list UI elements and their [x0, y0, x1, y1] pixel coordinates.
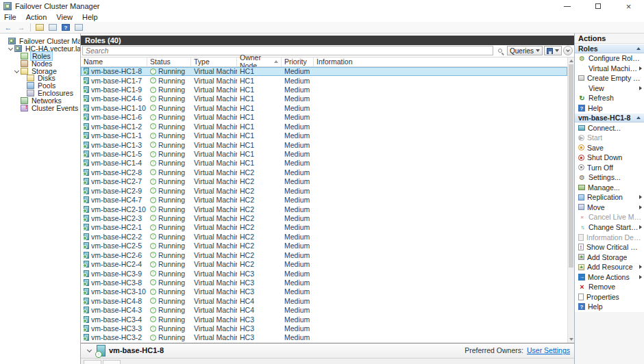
action-help[interactable]: ?Help — [575, 103, 644, 114]
column-header-information[interactable]: Information — [314, 57, 567, 66]
column-header-status[interactable]: Status — [147, 57, 191, 66]
properties-window-button[interactable] — [73, 23, 84, 32]
close-button[interactable]: × — [613, 0, 644, 12]
table-row[interactable]: vm-base-HC3-2↑RunningVirtual MachineHC3M… — [81, 333, 567, 342]
table-row[interactable]: vm-base-HC4-7↑RunningVirtual MachineHC2M… — [81, 195, 567, 204]
user-settings-link[interactable]: User Settings — [527, 346, 570, 354]
table-row[interactable]: vm-base-HC3-9↑RunningVirtual MachineHC3M… — [81, 269, 567, 278]
action-replication[interactable]: Replication — [575, 192, 644, 203]
action-more-actions[interactable]: →More Actions — [575, 272, 644, 282]
action-remove[interactable]: ×Remove — [575, 282, 644, 292]
table-row[interactable]: vm-base-HC1-8↑RunningVirtual MachineHC1M… — [81, 67, 567, 76]
table-row[interactable]: vm-base-HC1-2↑RunningVirtual MachineHC1M… — [81, 122, 567, 131]
action-create-empty-role[interactable]: Create Empty Role — [575, 73, 644, 83]
sidebar-item-failover-cluster-manager[interactable]: Failover Cluster Manager — [0, 38, 80, 45]
menu-view[interactable]: View — [56, 13, 73, 21]
column-header-type[interactable]: Type — [191, 57, 237, 66]
table-row[interactable]: vm-base-HC4-6↑RunningVirtual MachineHC1M… — [81, 94, 567, 103]
action-connect[interactable]: Connect... — [575, 122, 644, 133]
table-row[interactable]: vm-base-HC4-8↑RunningVirtual MachineHC4M… — [81, 296, 567, 305]
chevron-down-icon[interactable] — [14, 68, 20, 74]
search-button[interactable] — [495, 46, 506, 55]
table-row[interactable]: vm-base-HC1-5↑RunningVirtual MachineHC1M… — [81, 149, 567, 158]
queries-dropdown[interactable]: Queries — [507, 46, 543, 55]
chevron-down-icon[interactable] — [8, 46, 14, 51]
table-row[interactable]: vm-base-HC2-8↑RunningVirtual MachineHC2M… — [81, 168, 567, 177]
table-row[interactable]: vm-base-HC1-10↑RunningVirtual MachineHC1… — [81, 103, 567, 112]
resources-tab[interactable] — [103, 360, 121, 364]
table-row[interactable]: vm-base-HC4-3↑RunningVirtual MachineHC4M… — [81, 305, 567, 314]
table-row[interactable]: vm-base-HC2-1↑RunningVirtual MachineHC2M… — [81, 223, 567, 232]
table-row[interactable]: vm-base-HC1-4↑RunningVirtual MachineHC1M… — [81, 159, 567, 168]
scrollbar-thumb[interactable] — [569, 64, 573, 268]
action-turn-off[interactable]: Turn Off — [575, 162, 644, 172]
sidebar-item-networks[interactable]: Networks — [0, 96, 80, 104]
sidebar-item-pools[interactable]: Pools — [0, 82, 80, 90]
vertical-scrollbar[interactable] — [567, 57, 574, 343]
forward-button[interactable]: → — [16, 23, 27, 32]
scroll-up-icon[interactable] — [568, 57, 574, 64]
action-save[interactable]: ●Save — [575, 142, 644, 153]
table-row[interactable]: vm-base-HC2-3↑RunningVirtual MachineHC2M… — [81, 213, 567, 222]
action-virtual-machines[interactable]: Virtual Machines... — [575, 64, 644, 74]
help-button[interactable]: ? — [60, 23, 71, 32]
column-header-owner-node[interactable]: Owner Node — [237, 57, 282, 66]
table-row[interactable]: vm-base-HC2-10↑RunningVirtual MachineHC2… — [81, 205, 567, 213]
sidebar-item-nodes[interactable]: Nodes — [0, 60, 80, 67]
table-row[interactable]: vm-base-HC3-10↑RunningVirtual MachineHC3… — [81, 287, 567, 296]
sidebar-item-roles[interactable]: Roles — [0, 53, 80, 60]
action-show-critical-events[interactable]: !Show Critical Events — [575, 242, 644, 252]
action-refresh[interactable]: ↻Refresh — [575, 93, 644, 103]
action-configure-role[interactable]: ⚙Configure Role... — [575, 53, 644, 64]
collapse-section-icon[interactable] — [636, 116, 641, 119]
console-window-button[interactable] — [47, 23, 58, 32]
action-view[interactable]: View — [575, 83, 644, 94]
summary-tab[interactable] — [84, 360, 101, 364]
collapse-summary-button[interactable] — [85, 346, 93, 354]
actions-section-header[interactable]: Roles — [575, 44, 644, 53]
column-header-priority[interactable]: Priority — [282, 57, 314, 66]
expand-filters-button[interactable] — [563, 46, 573, 55]
table-row[interactable]: vm-base-HC3-8↑RunningVirtual MachineHC3M… — [81, 278, 567, 287]
action-properties[interactable]: Properties — [575, 292, 644, 302]
action-settings[interactable]: ⚙Settings... — [575, 172, 644, 183]
menu-help[interactable]: Help — [82, 13, 98, 21]
sidebar-item-cluster-events[interactable]: Cluster Events — [0, 104, 80, 112]
table-row[interactable]: vm-base-HC2-7↑RunningVirtual MachineHC2M… — [81, 177, 567, 186]
search-input[interactable] — [82, 46, 493, 55]
sidebar-item-storage[interactable]: Storage — [0, 67, 80, 75]
table-row[interactable]: vm-base-HC1-3↑RunningVirtual MachineHC1M… — [81, 140, 567, 149]
action-add-storage[interactable]: +Add Storage — [575, 252, 644, 262]
save-query-dropdown[interactable] — [544, 46, 562, 55]
table-row[interactable]: vm-base-HC1-7↑RunningVirtual MachineHC1M… — [81, 76, 567, 85]
scroll-down-icon[interactable] — [568, 336, 574, 343]
table-row[interactable]: vm-base-HC3-3↑RunningVirtual MachineHC3M… — [81, 324, 567, 333]
column-header-name[interactable]: Name — [81, 57, 147, 66]
table-row[interactable]: vm-base-HC2-2↑RunningVirtual MachineHC2M… — [81, 232, 567, 241]
maximize-button[interactable] — [582, 0, 613, 12]
sidebar-item-disks[interactable]: Disks — [0, 75, 80, 82]
minimize-button[interactable] — [552, 0, 582, 12]
table-row[interactable]: vm-base-HC2-9↑RunningVirtual MachineHC2M… — [81, 186, 567, 195]
action-change-startup-pri[interactable]: ↑↓Change Startup Pri... — [575, 222, 644, 233]
show-tree-button[interactable] — [34, 23, 45, 32]
action-add-resource[interactable]: +Add Resource — [575, 262, 644, 272]
menu-action[interactable]: Action — [26, 13, 47, 21]
table-row[interactable]: vm-base-HC1-1↑RunningVirtual MachineHC1M… — [81, 131, 567, 140]
collapse-section-icon[interactable] — [636, 47, 641, 50]
action-help[interactable]: ?Help — [575, 302, 644, 312]
table-row[interactable]: vm-base-HC2-6↑RunningVirtual MachineHC2M… — [81, 250, 567, 259]
sidebar-item-enclosures[interactable]: Enclosures — [0, 90, 80, 97]
table-row[interactable]: vm-base-HC2-5↑RunningVirtual MachineHC2M… — [81, 242, 567, 250]
table-row[interactable]: vm-base-HC3-4↑RunningVirtual MachineHC3M… — [81, 315, 567, 324]
settings-icon: ⚙ — [578, 174, 586, 181]
menu-file[interactable]: File — [4, 13, 16, 21]
action-move[interactable]: Move — [575, 203, 644, 213]
back-button[interactable]: ← — [3, 23, 14, 32]
actions-section-header[interactable]: vm-base-HC1-8 — [575, 113, 644, 122]
table-row[interactable]: vm-base-HC2-4↑RunningVirtual MachineHC2M… — [81, 259, 567, 268]
table-row[interactable]: vm-base-HC1-9↑RunningVirtual MachineHC1M… — [81, 85, 567, 94]
action-manage[interactable]: Manage... — [575, 183, 644, 193]
action-shut-down[interactable]: ●Shut Down — [575, 153, 644, 163]
table-row[interactable]: vm-base-HC1-6↑RunningVirtual MachineHC1M… — [81, 113, 567, 122]
